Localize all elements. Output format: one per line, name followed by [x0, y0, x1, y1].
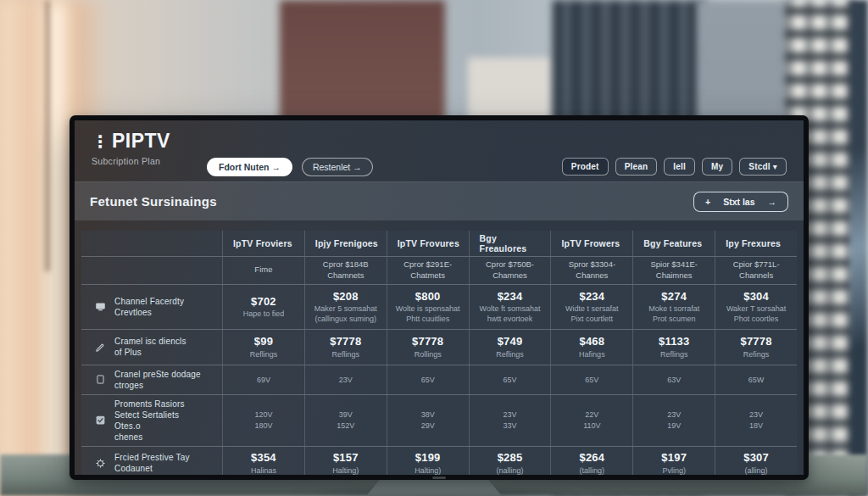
table-row: Frcied Prestive TayCodaunet$354Halinas$1… — [81, 446, 797, 475]
nav-item-5[interactable]: Stcdl ▾ — [739, 158, 787, 176]
plan-cell: 65V — [387, 365, 469, 394]
column-subtitle: Cpror $750B- Chamnes — [469, 257, 551, 284]
section-title: Fetunet Sursinaings — [90, 194, 217, 209]
plan-cell: 63V — [632, 365, 715, 394]
feature-label-text: Channel FacerdtyCrevtloes — [114, 296, 184, 318]
plan-cell: $304Waker T sorsahatPhot coortles — [715, 285, 797, 329]
reset-button[interactable]: Restenlet → — [302, 158, 373, 176]
feature-label: Channel FacerdtyCrevtloes — [81, 285, 222, 329]
plan-cell: 120V180V — [222, 395, 304, 446]
plan-cell: 65V — [469, 365, 551, 394]
column-subtitle: Spior $341E- Chaimnes — [632, 257, 715, 284]
plan-cell: $7778Refings — [715, 330, 797, 365]
nav-menu: ProdetPleanIellMyStcdl ▾ — [562, 158, 787, 176]
glass-building-right — [849, 0, 868, 496]
plan-cell: $800Wolte is spensahatPhtt cuuitlies — [387, 285, 469, 329]
feature-label: Frcied Prestive TayCodaunet — [81, 447, 222, 475]
comparison-table: IpTV FroviersIpjy FrenigoesIpTV Frovures… — [81, 231, 797, 475]
plan-cell: 65V — [550, 365, 632, 394]
plan-cell: $199Halting) — [387, 447, 469, 475]
column-header: IpTV Frovures — [387, 231, 469, 256]
plan-cell: $702Hape to fied — [222, 285, 304, 329]
feature-label: Proments RasiorsSetect SertalietsOtes.oc… — [81, 395, 222, 446]
feature-label-text: Cramel isc dienclsof Plus — [114, 336, 186, 358]
tv-icon — [95, 301, 106, 312]
column-header: IpTV Froviers — [222, 231, 304, 256]
column-subtitle: Cpror $184B Chamnets — [304, 257, 387, 284]
start-button-label: Stxt las — [723, 197, 754, 207]
plan-cell: $274Moke t sorrafatProt scumen — [632, 285, 715, 329]
plan-cell: 39V152V — [304, 395, 387, 446]
nav-item-4[interactable]: My — [702, 158, 732, 176]
plan-cell: $354Halinas — [222, 447, 304, 475]
plan-cell: 69V — [222, 365, 304, 394]
plan-cell: 22V110V — [550, 395, 632, 446]
column-header: Bgy Features — [632, 231, 715, 256]
plan-cell: $7778Rollings — [387, 330, 469, 365]
feature-label-text: Frcied Prestive TayCodaunet — [114, 452, 190, 474]
feature-label-text: Cranel preSte dodagectroges — [114, 369, 201, 391]
logo-mark-icon: ⋮ — [92, 133, 108, 150]
plan-cell: $468Hafings — [550, 330, 632, 365]
square-icon — [95, 374, 106, 385]
pencil-icon — [95, 342, 106, 353]
table-row: Cranel preSte dodagectroges69V23V65V65V6… — [81, 365, 797, 394]
column-subtitle: Cpior $771L- Channels — [715, 257, 797, 284]
column-header: Ipjy Frenigoes — [304, 231, 387, 256]
screen: ⋮ PIPTV Subcription Plan Fdort Nuten → R… — [75, 120, 804, 475]
column-subtitle: Fime — [222, 257, 304, 284]
plan-cell: $99Reflings — [222, 330, 304, 365]
plan-cell: $197Pvling) — [632, 447, 715, 475]
feature-label-text: Proments RasiorsSetect SertalietsOtes.oc… — [114, 398, 185, 443]
brand-logo: PIPTV — [112, 131, 170, 151]
subheader-spacer — [81, 257, 222, 284]
app-header: ⋮ PIPTV Subcription Plan Fdort Nuten → R… — [75, 120, 804, 181]
column-subtitle: Cpror $291E- Chatmets — [387, 257, 469, 284]
plan-cell: $264(talling) — [550, 447, 632, 475]
column-header: Bgy Freaulores — [469, 231, 551, 256]
plan-cell: 65W — [715, 365, 797, 394]
nav-item-3[interactable]: Iell — [664, 158, 695, 176]
gear-icon — [95, 458, 106, 469]
arrow-right-icon: → — [768, 197, 777, 207]
column-header: IpTV Frowers — [550, 231, 632, 256]
table-subheader-row: FimeCpror $184B ChamnetsCpror $291E- Cha… — [81, 256, 797, 284]
scene: ⋮ PIPTV Subcription Plan Fdort Nuten → R… — [0, 0, 868, 496]
plan-cell: $749Reflings — [469, 330, 551, 365]
plan-cell: $234Widte t sersafatPixt courtlett — [550, 285, 632, 329]
monitor: ⋮ PIPTV Subcription Plan Fdort Nuten → R… — [70, 115, 809, 480]
plan-cell: $157Halting) — [304, 447, 387, 475]
nav-item-1[interactable]: Prodet — [562, 158, 609, 176]
plan-cell: 23V18V — [715, 395, 797, 446]
plan-cell: $7778Reflings — [304, 330, 387, 365]
sort-button[interactable]: Fdort Nuten → — [207, 158, 292, 176]
plan-cell: $285(nalling) — [469, 447, 551, 475]
table-row: Channel FacerdtyCrevtloes$702Hape to fie… — [81, 284, 797, 329]
start-button[interactable]: + Stxt las → — [693, 192, 788, 212]
nav-item-2[interactable]: Plean — [615, 158, 658, 176]
plan-cell: $1133Reflings — [632, 330, 715, 365]
brand-block: ⋮ PIPTV Subcription Plan — [92, 131, 170, 166]
header-spacer — [81, 231, 222, 256]
column-header: Ipy Frexures — [715, 231, 797, 256]
plan-cell: $208Maker 5 somsahat(callingux suming) — [304, 285, 387, 329]
brand-subtitle: Subcription Plan — [92, 156, 170, 166]
column-subtitle: Spror $3304- Channes — [550, 257, 632, 284]
header-buttons: Fdort Nuten → Restenlet → — [207, 158, 373, 176]
background-pole — [45, 0, 50, 271]
plan-cell: $307(alling) — [715, 447, 797, 475]
table-header-row: IpTV FroviersIpjy FrenigoesIpTV Frovures… — [81, 231, 797, 256]
checkbox-icon — [95, 415, 106, 426]
plan-cell: $234Wolte ft somsahathwtt evortoek — [469, 285, 551, 329]
plan-cell: 23V19V — [632, 395, 715, 446]
plan-cell: 23V — [304, 365, 387, 394]
section-bar: Fetunet Sursinaings + Stxt las → — [75, 181, 804, 220]
plan-cell: 23V33V — [469, 395, 551, 446]
feature-label: Cranel preSte dodagectroges — [81, 365, 222, 394]
table-row: Cramel isc dienclsof Plus$99Reflings$777… — [81, 329, 797, 365]
feature-label: Cramel isc dienclsof Plus — [81, 330, 222, 365]
plan-cell: 38V29V — [387, 395, 469, 446]
table-row: Proments RasiorsSetect SertalietsOtes.oc… — [81, 394, 797, 446]
bezel-logo — [432, 476, 446, 479]
plus-icon: + — [705, 197, 710, 207]
